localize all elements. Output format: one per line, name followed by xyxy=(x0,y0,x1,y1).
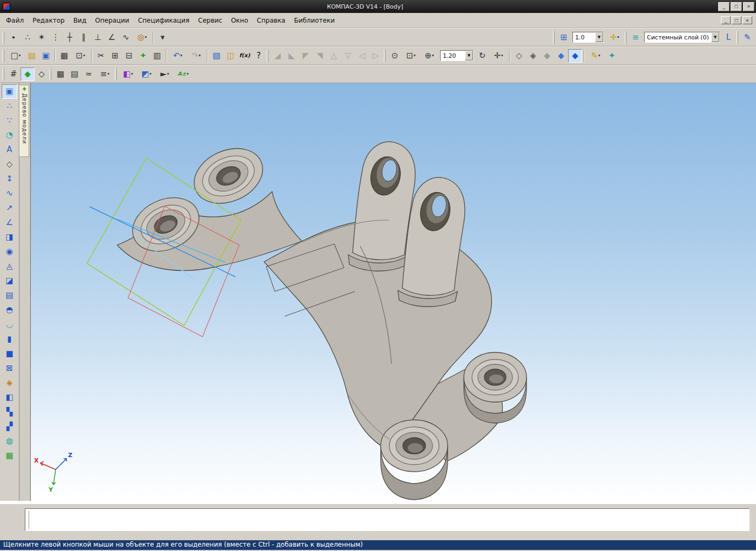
box-feature-button[interactable]: ■ xyxy=(2,346,17,361)
layer-combo[interactable]: Системный слой (0) ▼ xyxy=(644,32,720,43)
toolbar-grip[interactable] xyxy=(115,68,117,80)
revolve-operation-button[interactable]: ◉ xyxy=(2,244,17,259)
property-bar-grip[interactable] xyxy=(27,511,29,529)
undo-button[interactable]: ↶▾ xyxy=(168,49,187,63)
face-edit-button[interactable]: ◧ xyxy=(2,390,17,405)
toolbar-more-button[interactable]: ▾ xyxy=(156,31,170,44)
spiral-tool-button[interactable]: ◎▾ xyxy=(133,31,151,44)
print-button[interactable]: ▦ xyxy=(57,49,71,63)
boss-top-middle[interactable] xyxy=(186,138,272,214)
loft-operation-button[interactable]: ◬ xyxy=(2,259,17,274)
cylinder-feature-button[interactable]: ▮ xyxy=(2,332,17,346)
zoom-all-button[interactable]: ⊙ xyxy=(388,49,402,63)
section-zones-dropdown-arrow[interactable]: ▾ xyxy=(131,72,133,76)
mdi-restore-button[interactable]: □ xyxy=(732,16,741,24)
parallel-axis-button[interactable]: ∥ xyxy=(77,31,91,44)
angle-axis-button[interactable]: ∠ xyxy=(105,31,119,44)
wireframe-display-button[interactable]: ◇ xyxy=(512,49,526,63)
undo-dropdown-arrow[interactable]: ▾ xyxy=(180,53,183,58)
fx-variables-button[interactable]: f(x) xyxy=(238,49,252,63)
global-snaps-button[interactable]: ✛▾ xyxy=(605,31,624,44)
measure-pencil-button[interactable]: ✎ xyxy=(740,31,754,44)
structure-tree-dropdown-arrow[interactable]: ▾ xyxy=(107,72,110,76)
zoom-scale-dropdown-arrow[interactable]: ▾ xyxy=(432,53,434,58)
sweep-operation-button[interactable]: ◪ xyxy=(2,274,17,288)
zoom-window-dropdown-arrow[interactable]: ▾ xyxy=(414,53,416,58)
model-3d-view-button[interactable]: ◆ xyxy=(21,67,35,81)
toolbar-grip[interactable] xyxy=(3,31,4,44)
grid-step-combo[interactable]: 1.0 ▼ xyxy=(572,32,604,43)
zoom-dropdown-arrow[interactable]: ▼ xyxy=(465,51,473,60)
print-preview-dropdown-arrow[interactable]: ▾ xyxy=(83,53,85,58)
variables-panel-button[interactable]: ▧ xyxy=(210,49,224,63)
move-grid-button[interactable]: ⊞ xyxy=(557,31,571,44)
toolbar-grip[interactable] xyxy=(3,68,4,80)
copy-properties-button[interactable]: ✦ xyxy=(136,49,150,63)
points-on-curve-button[interactable]: ∴ xyxy=(21,31,35,44)
open-document-button[interactable]: ▤ xyxy=(25,49,39,63)
auto-dimension-dropdown-arrow[interactable]: ▾ xyxy=(187,72,189,76)
check-collisions-button[interactable]: ◍ xyxy=(2,434,17,448)
global-snaps-dropdown-arrow[interactable]: ▾ xyxy=(617,35,619,39)
refresh-view-button[interactable]: ✦ xyxy=(605,49,619,63)
menu-item-4[interactable]: Спецификация xyxy=(133,15,193,26)
mesh-grid-button[interactable]: ▦ xyxy=(2,448,17,463)
points-array-button[interactable]: ∵ xyxy=(2,113,17,128)
local-cs-button[interactable]: ↕ xyxy=(2,172,17,186)
model-tree-tab[interactable]: ✚ Дерево модели xyxy=(19,85,29,157)
auto-dimension-button[interactable]: A±▾ xyxy=(174,67,192,81)
extrude-operation-button[interactable]: ◨ xyxy=(2,230,17,244)
toolbar-grip[interactable] xyxy=(384,50,386,62)
library-catalog-button[interactable]: ◫ xyxy=(224,49,238,63)
plane-tool-button[interactable]: ◇ xyxy=(2,157,17,172)
perspective-display-dropdown-arrow[interactable]: ▾ xyxy=(598,53,600,58)
view-orientation-dropdown-arrow[interactable]: ▾ xyxy=(501,53,503,58)
viewport-canvas[interactable]: X Z Y xyxy=(31,83,756,501)
hidden-lines-display-button[interactable]: ◈ xyxy=(526,49,540,63)
print-preview-button[interactable]: ⊡▾ xyxy=(71,49,90,63)
gear-feature-button[interactable]: ◈ xyxy=(2,376,17,390)
quick-planes-button[interactable]: ◩▾ xyxy=(137,67,156,81)
direction-indicator-dropdown-arrow[interactable]: ▾ xyxy=(167,72,170,76)
menu-item-6[interactable]: Окно xyxy=(227,15,253,26)
toolbar-grip[interactable] xyxy=(737,31,738,44)
intersection-point-button[interactable]: ✶ xyxy=(35,31,49,44)
toolbar-grip[interactable] xyxy=(50,68,51,80)
new-document-button[interactable]: □▾ xyxy=(6,49,25,63)
mdi-close-button[interactable]: × xyxy=(742,16,752,24)
quick-planes-dropdown-arrow[interactable]: ▾ xyxy=(150,72,152,76)
wave-curve-button[interactable]: ∿ xyxy=(119,31,133,44)
rotate-view-button[interactable]: ↻ xyxy=(475,49,489,63)
text-label-button[interactable]: A xyxy=(2,142,17,157)
view-orientation-button[interactable]: ✛▾ xyxy=(489,49,508,63)
section-zones-button[interactable]: ◧▾ xyxy=(119,67,137,81)
local-coordinate-systems-button[interactable]: L xyxy=(721,31,735,44)
mdi-minimize-button[interactable]: _ xyxy=(721,16,731,24)
mesh-density-button[interactable]: ≈ xyxy=(82,67,96,81)
paste-button[interactable]: ⊟ xyxy=(122,49,136,63)
new-document-dropdown-arrow[interactable]: ▾ xyxy=(19,53,21,58)
save-document-button[interactable]: ▣ xyxy=(39,49,53,63)
points-3d-button[interactable]: ∴ xyxy=(2,99,17,113)
toolbar-grip[interactable] xyxy=(553,31,555,44)
menu-item-7[interactable]: Справка xyxy=(253,15,290,26)
model-viewport[interactable]: X Z Y xyxy=(30,83,756,501)
menu-item-0[interactable]: Файл xyxy=(2,15,28,26)
toolbar-grip[interactable] xyxy=(267,50,268,62)
boolean-operation-button[interactable]: ⊠ xyxy=(2,361,17,376)
sheet-operation-button[interactable]: ▤ xyxy=(2,288,17,303)
point-input-button[interactable]: ∙ xyxy=(6,31,21,44)
structure-tree-button[interactable]: ≡▾ xyxy=(96,67,114,81)
shell-operation-button[interactable]: ◡ xyxy=(2,317,17,332)
spreadsheet-button[interactable]: ▤ xyxy=(68,67,82,81)
conic-section-button[interactable]: ∠ xyxy=(2,215,17,230)
what-is-this-help-button[interactable]: ? xyxy=(252,49,266,63)
restore-button[interactable]: □ xyxy=(731,2,742,11)
cut-button[interactable]: ✂ xyxy=(94,49,108,63)
redo-dropdown-arrow[interactable]: ▾ xyxy=(199,53,201,58)
menu-item-1[interactable]: Редактор xyxy=(28,15,69,26)
menu-item-5[interactable]: Сервис xyxy=(194,15,227,26)
cursor-snap-grid-button[interactable]: # xyxy=(6,67,21,81)
shaded-display-button[interactable]: ◆ xyxy=(554,49,568,63)
toolbar-grip[interactable] xyxy=(3,50,4,62)
